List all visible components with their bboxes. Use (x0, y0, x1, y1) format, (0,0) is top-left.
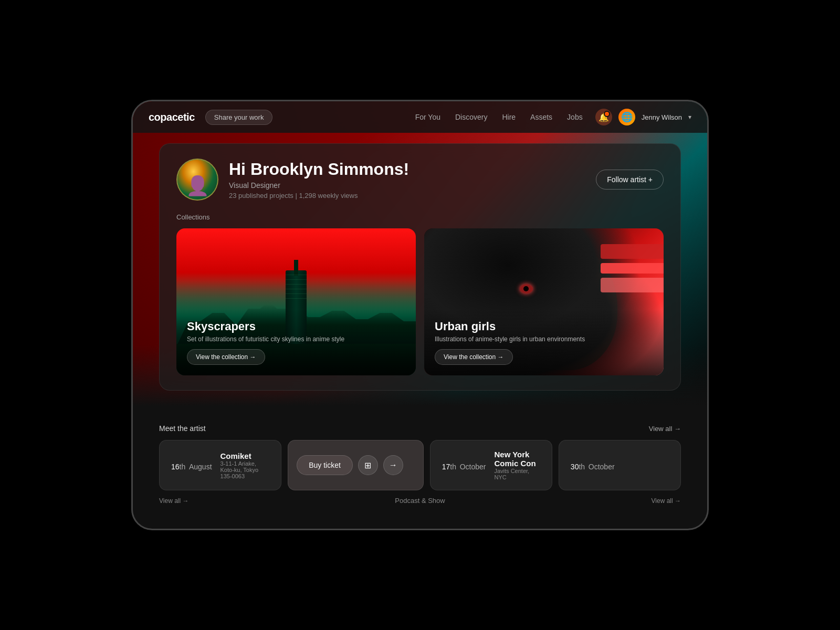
share-button[interactable]: Share your work (205, 110, 273, 125)
nav-icons: 🔔 🌐 Jenny Wilson ▾ (595, 109, 691, 125)
nav-links: For You Discovery Hire Assets Jobs (415, 113, 583, 121)
artist-greeting: Hi Brooklyn Simmons! (229, 160, 409, 179)
comiket-location: 3-11-1 Ariake, Koto-ku, Tokyo 135-0063 (220, 460, 270, 479)
navbar: copacetic Share your work For You Discov… (133, 101, 707, 133)
skyscrapers-desc: Set of illustrations of futuristic city … (187, 335, 405, 343)
notification-icon[interactable]: 🔔 (595, 109, 612, 125)
nycc-suffix: th (450, 463, 456, 471)
nav-jobs[interactable]: Jobs (567, 113, 583, 121)
artist-header: Hi Brooklyn Simmons! Visual Designer 23 … (176, 159, 664, 201)
artist-info: Hi Brooklyn Simmons! Visual Designer 23 … (229, 160, 409, 200)
user-avatar[interactable]: 🌐 (618, 109, 635, 125)
nav-for-you[interactable]: For You (415, 113, 440, 121)
view-urban-girls-button[interactable]: View the collection → (435, 349, 513, 365)
urban-girls-title: Urban girls (435, 320, 653, 333)
event-card-comiket: 16th August Comiket 3-11-1 Ariake, Koto-… (159, 440, 281, 490)
buy-ticket-card: Buy ticket ⊞ → (288, 440, 424, 490)
artist-stats: 23 published projects | 1,298 weekly vie… (229, 192, 409, 200)
event-date-comiket: 16th August (171, 458, 212, 472)
comiket-info: Comiket 3-11-1 Ariake, Koto-ku, Tokyo 13… (220, 452, 270, 479)
view-all-podcast-button[interactable]: View all → (652, 497, 681, 505)
arrow-button[interactable]: → (383, 455, 403, 475)
arrow-icon: → (389, 460, 397, 470)
bottom-section: Meet the artist View all → 16th August C… (133, 414, 707, 515)
nycc-info: New York Comic Con Javits Center, NYC (494, 450, 540, 480)
oct30-suffix: th (579, 463, 585, 471)
main-content: Hi Brooklyn Simmons! Visual Designer 23 … (133, 133, 707, 414)
event-date-nycc: 17th October (442, 458, 486, 472)
collections-label: Collections (176, 213, 664, 221)
artist-avatar (176, 159, 218, 201)
screen: copacetic Share your work For You Discov… (133, 101, 707, 529)
device-frame: copacetic Share your work For You Discov… (131, 100, 709, 530)
qr-code-button[interactable]: ⊞ (358, 455, 378, 475)
view-all-meet-button[interactable]: View all → (649, 425, 681, 433)
meet-artist-header: Meet the artist View all → (159, 424, 681, 433)
comiket-month: August (189, 463, 212, 471)
oct30-day: 30 (571, 463, 579, 471)
meet-artist-label: Meet the artist (159, 424, 206, 433)
collection-card-urban-girls[interactable]: Urban girls Illustrations of anime-style… (424, 228, 664, 375)
event-date-oct30: 30th October (571, 458, 615, 472)
collections-grid: Skyscrapers Set of illustrations of futu… (176, 228, 664, 375)
nycc-day: 17 (442, 463, 450, 471)
event-card-nycc: 17th October New York Comic Con Javits C… (430, 440, 552, 490)
comiket-name: Comiket (220, 452, 270, 460)
view-all-events-button[interactable]: View all → (159, 497, 188, 505)
nycc-name: New York Comic Con (494, 450, 540, 468)
events-row: 16th August Comiket 3-11-1 Ariake, Koto-… (159, 440, 681, 490)
user-menu-chevron[interactable]: ▾ (688, 113, 691, 121)
app-logo: copacetic (149, 111, 195, 123)
artist-card: Hi Brooklyn Simmons! Visual Designer 23 … (159, 143, 681, 391)
qr-icon: ⊞ (364, 460, 371, 470)
user-name[interactable]: Jenny Wilson (642, 113, 682, 121)
view-skyscrapers-button[interactable]: View the collection → (187, 349, 265, 365)
comiket-day: 16 (171, 463, 180, 471)
bottom-secondary-row: View all → Podcast & Show View all → (159, 497, 681, 505)
buy-ticket-button[interactable]: Buy ticket (297, 455, 353, 475)
event-card-oct30: 30th October (559, 440, 681, 490)
collection-overlay: Skyscrapers Set of illustrations of futu… (176, 309, 416, 375)
nav-discovery[interactable]: Discovery (455, 113, 487, 121)
nav-hire[interactable]: Hire (502, 113, 516, 121)
urban-girls-overlay: Urban girls Illustrations of anime-style… (424, 309, 664, 375)
avatar-image (177, 160, 217, 200)
nycc-month: October (460, 463, 486, 471)
nav-assets[interactable]: Assets (530, 113, 552, 121)
nycc-location: Javits Center, NYC (494, 468, 540, 480)
collection-card-skyscrapers[interactable]: Skyscrapers Set of illustrations of futu… (176, 228, 416, 375)
artist-title: Visual Designer (229, 181, 409, 190)
comiket-suffix: th (180, 463, 186, 471)
podcast-label: Podcast & Show (395, 497, 445, 505)
skyscrapers-title: Skyscrapers (187, 320, 405, 333)
oct30-month: October (589, 463, 615, 471)
urban-girls-desc: Illustrations of anime-style girls in ur… (435, 335, 653, 343)
follow-artist-button[interactable]: Follow artist + (596, 170, 664, 190)
